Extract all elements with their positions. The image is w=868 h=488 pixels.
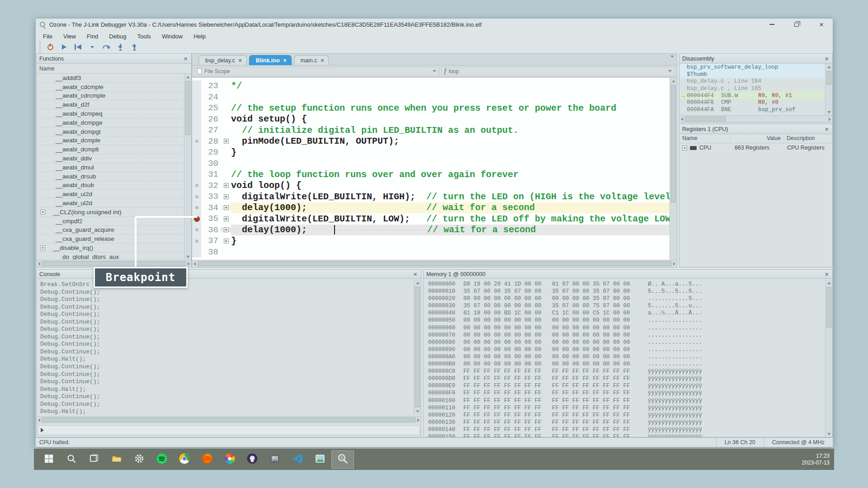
code-line[interactable]: 36+ delay(1000); // wait for a second: [192, 225, 670, 236]
memory-row[interactable]: 0000005000 00 00 00 00 00 00 0000 00 00 …: [428, 317, 825, 324]
memory-row[interactable]: 00000150FF FF FF FF FF FF FF FFFF FF FF …: [428, 434, 825, 437]
menu-view[interactable]: View: [59, 32, 80, 41]
function-item[interactable]: __aeabi_dcmple: [37, 136, 184, 145]
expander-icon[interactable]: +: [224, 183, 229, 188]
console-output[interactable]: Break.SetOnSrc ("Blink.ino:35");Debug.Co…: [37, 280, 414, 414]
line-marker-icon[interactable]: [192, 235, 201, 247]
function-item[interactable]: __do_global_dtors_aux: [37, 253, 184, 260]
memory-row[interactable]: 00000130FF FF FF FF FF FF FF FFFF FF FF …: [428, 419, 825, 427]
code-fold-expander[interactable]: +: [221, 194, 231, 199]
line-marker-icon[interactable]: [192, 202, 201, 214]
code-text[interactable]: }: [231, 235, 670, 247]
taskbar-search[interactable]: [60, 450, 83, 469]
disassembly-vscrollbar[interactable]: [825, 64, 832, 115]
restore-button[interactable]: [792, 20, 802, 29]
code-text[interactable]: delay(1000); // wait for a second: [231, 202, 670, 214]
menu-help[interactable]: Help: [189, 32, 210, 41]
line-marker-icon[interactable]: [192, 225, 201, 236]
functions-hscrollbar[interactable]: [37, 260, 191, 267]
disassembly-instruction[interactable]: 000044FABNEbsp_prv_sof: [679, 106, 825, 113]
code-text[interactable]: [231, 92, 670, 103]
taskbar-screenshot-tool[interactable]: [264, 450, 286, 469]
resume-button[interactable]: [59, 42, 69, 52]
reset-dropdown[interactable]: [87, 42, 97, 52]
taskbar-chrome[interactable]: [173, 450, 196, 469]
expander-icon[interactable]: +: [40, 245, 45, 250]
code-line[interactable]: 31// the loop function runs over and ove…: [192, 169, 670, 180]
function-item[interactable]: __adddf3: [37, 74, 184, 83]
code-text[interactable]: [231, 158, 670, 169]
tab-close-icon[interactable]: ×: [321, 57, 324, 64]
gutter[interactable]: [192, 169, 201, 180]
memory-row[interactable]: 0000002000 00 00 00 00 00 00 0000 00 00 …: [428, 296, 825, 303]
menu-debug[interactable]: Debug: [104, 32, 131, 41]
taskbar-ozone-magnifier[interactable]: [331, 450, 354, 469]
memory-row[interactable]: 00000110FF FF FF FF FF FF FF FFFF FF FF …: [428, 405, 825, 412]
code-line[interactable]: 26void setup() {: [192, 114, 670, 125]
taskbar-color-wheel[interactable]: [218, 450, 241, 469]
expander-icon[interactable]: +: [224, 239, 229, 244]
registers-close-icon[interactable]: ×: [824, 126, 830, 132]
function-item[interactable]: __aeabi_drsub: [37, 172, 184, 181]
function-item[interactable]: __cxa_guard_release: [37, 235, 184, 244]
console-hscrollbar[interactable]: [37, 416, 421, 423]
expander-icon[interactable]: +: [224, 205, 229, 210]
gutter[interactable]: [192, 80, 201, 92]
function-item[interactable]: __aeabi_ul2d: [37, 199, 184, 208]
function-item[interactable]: __aeabi_dcmpgt: [37, 127, 184, 136]
code-line[interactable]: 30: [192, 158, 670, 169]
function-item[interactable]: __aeabi_dmul: [37, 163, 184, 172]
function-selector-dropdown[interactable]: f loop: [441, 67, 675, 76]
function-item[interactable]: __aeabi_dcmpge: [37, 118, 184, 127]
tab-bsp_delay-c[interactable]: bsp_delay.c×: [198, 55, 247, 65]
expander-icon[interactable]: +: [224, 194, 229, 199]
code-fold-expander[interactable]: +: [221, 205, 231, 210]
code-line[interactable]: 38: [192, 247, 670, 258]
memory-row[interactable]: 0000008000 00 00 00 00 00 00 0000 00 00 …: [428, 339, 825, 347]
code-text[interactable]: void loop() {: [231, 180, 670, 192]
tab-main-c[interactable]: main.c×: [294, 55, 329, 65]
taskbar-vscode[interactable]: [286, 450, 309, 469]
tab-overflow-icon[interactable]: [670, 58, 674, 66]
disassembly-close-icon[interactable]: ×: [824, 55, 830, 62]
code-text[interactable]: digitalWrite(LED_BUILTIN, LOW); // turn …: [231, 213, 670, 225]
tab-close-icon[interactable]: ×: [239, 57, 242, 64]
code-line[interactable]: 34+ delay(1000); // wait for a second: [192, 202, 670, 214]
disassembly-instruction[interactable]: 000044F8CMPR0, #0: [679, 99, 825, 106]
code-line[interactable]: 35+ digitalWrite(LED_BUILTIN, LOW); // t…: [192, 213, 670, 225]
reset-run-button[interactable]: [73, 42, 83, 52]
gutter[interactable]: [192, 247, 201, 258]
power-button[interactable]: [45, 42, 55, 52]
expander-icon[interactable]: +: [224, 227, 229, 232]
step-out-button[interactable]: [129, 42, 139, 52]
menu-tools[interactable]: Tools: [133, 32, 156, 41]
cpu-expander-icon[interactable]: +: [682, 145, 687, 150]
memory-row[interactable]: 000000B000 00 00 00 00 00 00 0000 00 00 …: [428, 361, 825, 368]
taskbar-firefox[interactable]: [196, 450, 218, 469]
function-item[interactable]: __aeabi_dcmpeq: [37, 109, 184, 118]
taskbar-clock[interactable]: 17:23 2023-07-13: [802, 453, 834, 466]
disassembly-listing[interactable]: bsp_prv_software_delay_loop$Thumbbsp_del…: [679, 64, 825, 115]
code-text[interactable]: */: [231, 80, 670, 92]
functions-close-icon[interactable]: ×: [183, 55, 189, 62]
code-line[interactable]: 23*/: [192, 80, 670, 92]
code-line[interactable]: 33+ digitalWrite(LED_BUILTIN, HIGH); // …: [192, 191, 670, 202]
menu-find[interactable]: Find: [82, 32, 103, 41]
function-item[interactable]: +__CLZ(long unsigned int): [37, 208, 184, 217]
memory-row[interactable]: 0000001035 07 00 00 35 07 00 0035 07 00 …: [428, 288, 825, 296]
gutter[interactable]: [192, 92, 201, 103]
code-text[interactable]: void setup() {: [231, 114, 670, 125]
step-into-button[interactable]: [115, 42, 125, 52]
code-text[interactable]: delay(1000); // wait for a second: [231, 225, 670, 236]
memory-row[interactable]: 00000140FF FF FF FF FF FF FF FFFF FF FF …: [428, 427, 825, 434]
code-line[interactable]: 32+void loop() {: [192, 180, 670, 192]
expander-icon[interactable]: +: [224, 216, 229, 221]
gutter[interactable]: [192, 147, 201, 158]
disassembly-hscrollbar[interactable]: [679, 115, 832, 122]
code-line[interactable]: 24: [192, 92, 670, 103]
code-text[interactable]: }: [231, 147, 670, 158]
breakpoint-icon[interactable]: [192, 213, 201, 225]
menu-window[interactable]: Window: [157, 32, 187, 41]
code-line[interactable]: 27 // initialize digital pin LED_BUILTIN…: [192, 125, 670, 136]
code-line[interactable]: 28+ pinMode(LED_BUILTIN, OUTPUT);: [192, 136, 670, 147]
